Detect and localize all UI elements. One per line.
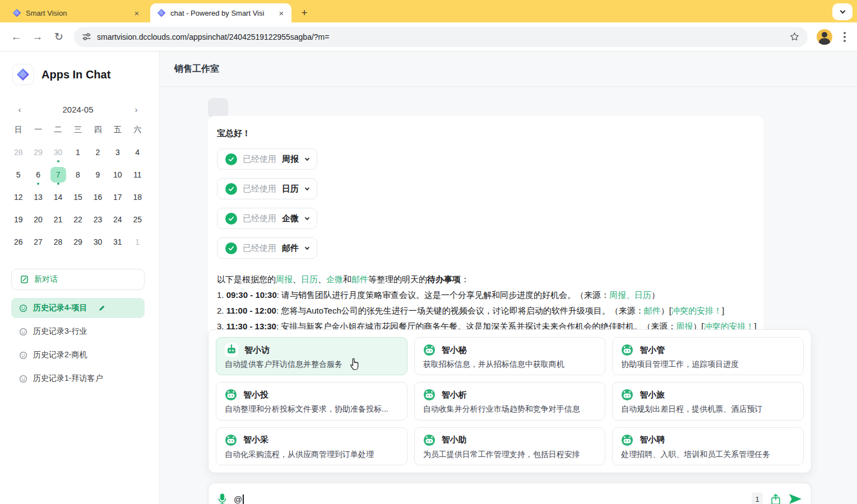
calendar-day[interactable]: 1 [128,231,147,253]
calendar-prev-button[interactable]: ‹ [15,105,24,114]
calendar-day[interactable]: 1 [68,141,87,164]
agent-card[interactable]: 智小聘 处理招聘、入职、培训和员工关系管理任务 [612,427,804,465]
calendar-month-label: 2024-05 [62,105,93,114]
tab-close-icon[interactable]: × [132,8,141,18]
calendar-day[interactable]: 28 [8,141,28,164]
agent-card[interactable]: 智小采 自动化采购流程，从供应商管理到订单处理 [216,427,407,465]
calendar-day[interactable]: 11 [128,164,147,186]
browser-tab-strip: Smart Vision × chat - Powered by Smart V… [0,0,857,22]
calendar-day[interactable]: 31 [108,231,127,253]
new-tab-button[interactable]: + [297,6,312,20]
history-item-1[interactable]: 历史记录1-拜访客户 [11,368,145,389]
message-composer[interactable]: @ 1 [208,483,812,504]
calendar-day[interactable]: 29 [28,141,48,164]
calendar-day[interactable]: 26 [8,231,28,253]
calendar-day[interactable]: 13 [28,186,48,208]
calendar-day[interactable]: 25 [128,208,147,231]
inline-link[interactable]: 日历 [301,274,318,284]
calendar-next-button[interactable]: › [132,105,141,114]
app-logo [12,64,34,85]
tab-close-icon[interactable]: × [277,8,286,18]
calendar-day[interactable]: 17 [108,186,127,208]
agent-card[interactable]: 智小访 自动提供客户拜访信息并整合服务 [216,337,407,375]
calendar-day[interactable]: 2 [88,141,108,164]
agent-card[interactable]: 智小析 自动收集并分析行业市场趋势和竞争对手信息 [414,382,606,420]
assistant-message: 宝总好！ 已经使用 周报 已经使用 日历 已经使用 企微 已经 [208,116,764,344]
new-chat-button[interactable]: 新对话 [11,269,145,290]
tool-used-pill-calendar[interactable]: 已经使用 日历 [217,178,317,199]
calendar-day[interactable]: 16 [88,186,108,208]
calendar-day[interactable]: 30 [88,231,108,253]
hand-cursor-icon [349,356,361,371]
inline-link[interactable]: 周报 [276,274,293,284]
agent-card[interactable]: 智小投 自动整理和分析投标文件要求，协助准备投标... [216,382,407,420]
tab-chat-active[interactable]: chat - Powered by Smart Visi × [150,3,291,22]
profile-avatar[interactable] [817,29,832,45]
calendar-day[interactable]: 22 [68,208,87,231]
tab-search-button[interactable] [832,3,853,20]
upload-icon[interactable] [770,493,781,504]
app-window: Apps In Chat ‹ 2024-05 › 日一二三四五六28293012… [0,52,857,504]
tool-used-pill-wecom[interactable]: 已经使用 企微 [217,208,317,229]
inline-link[interactable]: 周报、日历 [609,290,651,300]
tool-used-pill-weekly[interactable]: 已经使用 周报 [217,148,317,170]
calendar-day[interactable]: 4 [128,141,147,164]
agent-name: 智小旅 [640,390,665,400]
history-item-label: 历史记录4-项目 [33,303,87,313]
calendar-day[interactable]: 18 [128,186,147,208]
agent-card[interactable]: 智小管 协助项目管理工作，追踪项目进度 [612,337,804,375]
calendar-day[interactable]: 9 [88,164,108,186]
robot-icon [225,434,237,446]
agent-description: 获取招标信息，并从招标信息中获取商机 [423,360,597,370]
inline-link[interactable]: 企微 [326,274,343,284]
inline-link[interactable]: 冲突的安排！ [671,306,722,315]
calendar-day[interactable]: 15 [68,186,87,208]
agent-name: 智小访 [244,345,270,356]
back-button[interactable]: ← [8,29,25,45]
calendar-day[interactable]: 3 [108,141,127,164]
inline-link[interactable]: 邮件 [644,306,661,315]
calendar-day[interactable]: 8 [68,164,87,186]
calendar-day[interactable]: 6 [28,164,48,186]
calendar-day[interactable]: 30 [48,141,68,164]
todo-intro-line: 以下是根据您的周报、日历、企微和邮件等整理的明天的待办事项： [217,272,755,287]
browser-menu-icon[interactable] [840,30,849,44]
url-text: smartvision.dcclouds.com/appsinchat/2404… [97,32,789,41]
composer-input[interactable]: @ [234,494,244,504]
app-logo-row: Apps In Chat [12,64,110,85]
history-item-3[interactable]: 历史记录3-行业 [11,321,145,342]
page-title: 销售工作室 [174,63,219,75]
forward-button[interactable]: → [29,29,46,45]
history-item-2[interactable]: 历史记录2-商机 [11,345,145,365]
edit-pencil-icon[interactable] [98,304,106,312]
calendar-day[interactable]: 10 [108,164,127,186]
calendar-day[interactable]: 19 [8,208,28,231]
microphone-icon[interactable] [217,493,227,504]
calendar-day[interactable]: 14 [48,186,68,208]
agent-card[interactable]: 智小秘 获取招标信息，并从招标信息中获取商机 [414,337,606,375]
agent-card[interactable]: 智小助 为员工提供日常工作管理支持，包括日程安排 [414,427,606,465]
calendar-day[interactable]: 27 [28,231,48,253]
url-bar[interactable]: smartvision.dcclouds.com/appsinchat/2404… [74,27,808,47]
reload-button[interactable]: ↻ [50,29,67,45]
bookmark-star-icon[interactable] [789,31,800,42]
calendar-day[interactable]: 12 [8,186,28,208]
agent-card[interactable]: 智小旅 自动规划出差日程，提供机票、酒店预订 [612,382,804,420]
site-settings-icon[interactable] [82,32,91,41]
calendar-day[interactable]: 21 [48,208,68,231]
send-icon[interactable] [789,493,802,504]
tab-smart-vision[interactable]: Smart Vision × [6,3,147,22]
calendar-day[interactable]: 24 [108,208,127,231]
calendar-day[interactable]: 7 [48,164,68,186]
inline-link[interactable]: 邮件 [351,274,368,284]
tool-used-pill-mail[interactable]: 已经使用 邮件 [217,237,317,259]
calendar-day[interactable]: 20 [28,208,48,231]
calendar-weekday: 四 [88,119,108,141]
calendar-day[interactable]: 23 [88,208,108,231]
calendar-day[interactable]: 29 [68,231,87,253]
calendar-day[interactable]: 5 [8,164,28,186]
app-title: Apps In Chat [41,68,110,81]
gem-favicon [157,8,166,17]
calendar-day[interactable]: 28 [48,231,68,253]
history-item-4[interactable]: 历史记录4-项目 [11,298,145,318]
